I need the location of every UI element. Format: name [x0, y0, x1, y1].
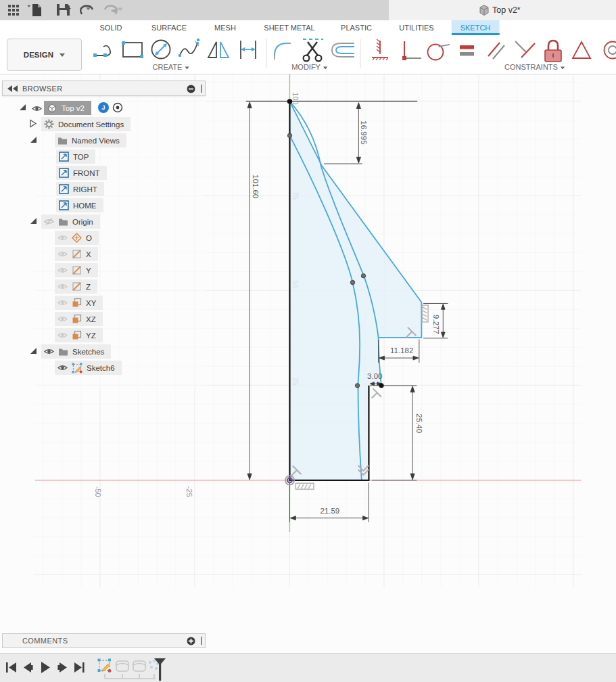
eye-visible-icon[interactable]	[57, 364, 68, 371]
tab-surface[interactable]: SURFACE	[143, 20, 195, 35]
tree-row-sketch6[interactable]: Sketch6	[2, 360, 206, 376]
fix-constraint-icon[interactable]	[545, 41, 561, 62]
collapse-panel-icon[interactable]	[7, 85, 20, 93]
minimize-panel-icon[interactable]	[187, 85, 195, 93]
eye-visible-icon[interactable]	[44, 348, 54, 355]
eye-hidden-icon[interactable]	[57, 299, 68, 306]
step-back-button[interactable]	[24, 662, 33, 673]
dim-base-width[interactable]: 21.59	[320, 507, 339, 515]
row-label: XY	[86, 299, 96, 307]
tree-row-view-front[interactable]: FRONT	[2, 165, 206, 181]
timeline-item-suppressed-feature[interactable]	[133, 661, 145, 671]
coincident-constraint-icon[interactable]	[402, 41, 421, 60]
tree-row-axis-z[interactable]: Z	[2, 279, 206, 295]
component-label: Top v2	[62, 104, 85, 112]
activate-component-icon[interactable]	[112, 102, 123, 113]
tree-row-axis-x[interactable]: X	[2, 246, 206, 263]
tree-row-axis-y[interactable]: Y	[2, 263, 206, 279]
trim-tool-icon[interactable]	[303, 39, 323, 61]
tree-row-sketches[interactable]: Sketches	[2, 344, 206, 360]
perpendicular-constraint-icon[interactable]	[515, 41, 535, 58]
tab-sketch[interactable]: SKETCH	[452, 20, 500, 35]
file-icon[interactable]	[27, 4, 41, 16]
tree-row-plane-xy[interactable]: XY	[2, 295, 206, 311]
expand-open-icon[interactable]	[18, 103, 27, 112]
group-label-constraints[interactable]: CONSTRAINTS	[504, 63, 565, 71]
expand-open-icon[interactable]	[29, 346, 38, 355]
tree-row-view-home[interactable]: HOME	[2, 198, 206, 214]
timeline-bar	[0, 653, 616, 682]
undo-caret-icon[interactable]	[86, 7, 91, 11]
tree-row-named-views[interactable]: Named Views	[2, 133, 206, 149]
parallel-constraint-icon[interactable]	[488, 43, 504, 59]
expand-closed-icon[interactable]	[29, 119, 37, 128]
tree-row-plane-xz[interactable]: XZ	[2, 311, 206, 327]
panel-drag-handle[interactable]	[201, 637, 202, 645]
group-label-create[interactable]: CREATE	[153, 63, 190, 71]
expand-open-icon[interactable]	[29, 217, 38, 225]
horizontal-vertical-constraint-icon[interactable]	[372, 39, 388, 60]
timeline-item-suppressed-feature[interactable]	[116, 661, 128, 671]
timeline-item-sketch[interactable]	[98, 659, 112, 673]
tree-row-view-right[interactable]: RIGHT	[2, 181, 206, 198]
eye-hidden-icon[interactable]	[57, 315, 68, 323]
row-label: Named Views	[72, 137, 120, 145]
equal-constraint-icon[interactable]	[460, 45, 474, 56]
plane-icon	[72, 330, 82, 340]
browser-header[interactable]: BROWSER	[2, 81, 206, 96]
spline-tool-icon[interactable]	[179, 39, 199, 57]
eye-hidden-icon[interactable]	[57, 283, 68, 290]
fillet-tool-icon[interactable]	[275, 43, 291, 60]
dim-notch-height[interactable]: 9.277	[432, 315, 440, 334]
sketch-dimension-tool-icon[interactable]	[241, 41, 256, 59]
collaborator-badge[interactable]: J	[98, 102, 109, 113]
folder-icon	[58, 217, 68, 226]
tangent-constraint-icon[interactable]	[428, 42, 450, 60]
mirror-tool-icon[interactable]	[208, 42, 229, 58]
tree-row-origin-point[interactable]: O	[2, 230, 206, 246]
dim-step-height[interactable]: 25.40	[415, 413, 423, 433]
eye-hidden-icon[interactable]	[57, 267, 68, 274]
eye-visible-icon[interactable]	[32, 105, 42, 112]
offset-tool-icon[interactable]	[332, 43, 354, 57]
comments-bar[interactable]: COMMENTS	[2, 633, 206, 648]
eye-hidden-icon[interactable]	[57, 250, 68, 258]
tab-mesh[interactable]: MESH	[206, 20, 245, 35]
dim-upper-drop[interactable]: 16.995	[360, 120, 368, 144]
dim-notch-width[interactable]: 11.182	[390, 346, 413, 355]
redo-icon[interactable]	[105, 6, 117, 14]
named-view-icon	[59, 152, 69, 162]
line-tool-icon[interactable]	[93, 46, 110, 57]
panel-drag-handle[interactable]	[201, 85, 202, 93]
group-label-modify[interactable]: MODIFY	[291, 63, 328, 71]
tree-row-component[interactable]: Top v2 J	[2, 100, 206, 116]
add-comment-icon[interactable]	[187, 637, 195, 645]
component-pill[interactable]: Top v2	[44, 101, 91, 115]
concentric-constraint-icon[interactable]	[605, 42, 616, 59]
symmetry-constraint-icon[interactable]	[573, 42, 590, 58]
tab-plastic[interactable]: PLASTIC	[332, 20, 381, 35]
skip-to-start-button[interactable]	[6, 662, 16, 673]
tab-sheet-metal[interactable]: SHEET METAL	[255, 20, 323, 35]
document-cube-icon	[477, 3, 491, 17]
skip-to-end-button[interactable]	[74, 662, 85, 673]
eye-hidden-icon[interactable]	[44, 218, 54, 225]
tree-row-view-top[interactable]: TOP	[2, 149, 206, 165]
dim-overall-height[interactable]: 101.60	[252, 175, 260, 198]
dim-step-width[interactable]: 3.00	[367, 372, 382, 380]
tree-row-plane-yz[interactable]: YZ	[2, 327, 206, 344]
eye-hidden-icon[interactable]	[57, 332, 68, 339]
eye-hidden-icon[interactable]	[57, 234, 68, 242]
expand-open-icon[interactable]	[29, 135, 38, 144]
tree-row-origin[interactable]: Origin	[2, 214, 206, 230]
rectangle-tool-icon[interactable]	[122, 41, 143, 58]
circle-tool-icon[interactable]	[152, 41, 170, 59]
named-view-icon	[59, 200, 69, 210]
app-grid-icon[interactable]	[8, 5, 19, 16]
step-forward-button[interactable]	[57, 662, 67, 673]
tree-row-document-settings[interactable]: Document Settings	[2, 116, 206, 133]
tab-solid[interactable]: SOLID	[91, 20, 131, 35]
redo-caret-icon[interactable]	[118, 7, 123, 11]
play-button[interactable]	[41, 662, 50, 673]
tab-utilities[interactable]: UTILITIES	[390, 20, 442, 35]
